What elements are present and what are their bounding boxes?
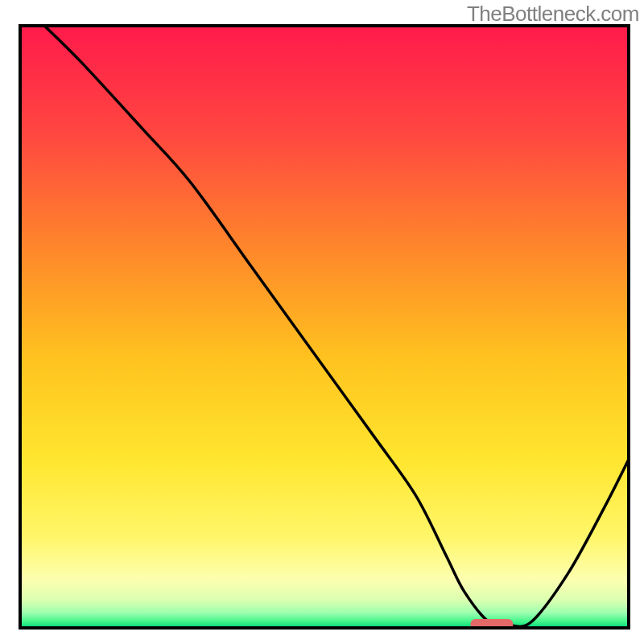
bottleneck-chart xyxy=(0,0,644,644)
watermark-text: TheBottleneck.com xyxy=(467,2,639,27)
gradient-background xyxy=(20,26,629,628)
